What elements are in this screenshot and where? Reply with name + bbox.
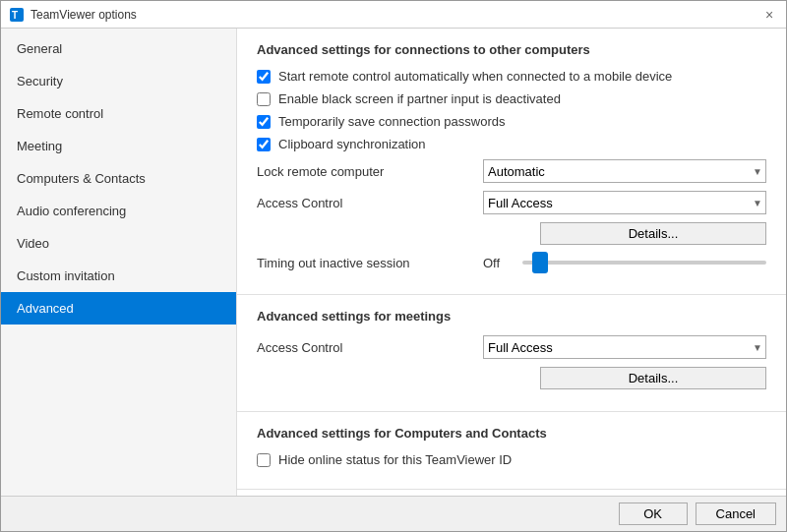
sidebar-item-general[interactable]: General [1, 32, 236, 65]
timing-slider-thumb[interactable] [532, 252, 548, 273]
access-control-select-wrapper: Full Access View and show View only Cust… [483, 191, 766, 214]
timing-control: Off [483, 253, 766, 272]
access-control-label: Access Control [257, 196, 473, 210]
checkbox-row-4: Clipboard synchronization [257, 137, 766, 151]
lock-remote-row: Lock remote computer Automatic Never On … [257, 159, 766, 183]
checkbox-row-2: Enable black screen if partner input is … [257, 91, 766, 106]
details-row-1: Details... [257, 222, 766, 245]
checkbox-hide-online-status[interactable] [257, 453, 271, 467]
timing-slider-container [522, 253, 766, 272]
close-button[interactable]: × [760, 6, 778, 24]
ok-button[interactable]: OK [619, 502, 688, 525]
sidebar-item-video[interactable]: Video [1, 227, 236, 260]
section-meetings: Advanced settings for meetings Access Co… [237, 295, 786, 412]
checkbox-label-2: Enable black screen if partner input is … [278, 91, 561, 106]
lock-remote-select-wrapper: Automatic Never On session end ▼ [483, 159, 766, 183]
sidebar-item-remote-control[interactable]: Remote control [1, 97, 236, 130]
details-button-1[interactable]: Details... [540, 222, 766, 245]
sidebar: General Security Remote control Meeting … [1, 29, 237, 496]
checkbox-label-4: Clipboard synchronization [278, 137, 426, 151]
access-control-select[interactable]: Full Access View and show View only Cust… [483, 191, 766, 214]
sidebar-item-audio-conferencing[interactable]: Audio conferencing [1, 195, 236, 227]
sidebar-item-advanced[interactable]: Advanced [1, 292, 236, 325]
sidebar-item-security[interactable]: Security [1, 65, 236, 97]
timing-label: Timing out inactive session [257, 256, 473, 270]
sidebar-item-meeting[interactable]: Meeting [1, 130, 236, 162]
main-window: T TeamViewer options × General Security … [0, 0, 787, 532]
details-row-2: Details... [257, 367, 766, 389]
main-area: Advanced settings for connections to oth… [237, 29, 786, 496]
details-button-2[interactable]: Details... [540, 367, 766, 389]
section3-title: Advanced settings for Computers and Cont… [257, 426, 766, 441]
meeting-access-control-row: Access Control Full Access View and show… [257, 335, 766, 359]
checkbox-row-online-status: Hide online status for this TeamViewer I… [257, 452, 766, 467]
meeting-access-select-wrapper: Full Access View and show View only ▼ [483, 335, 766, 359]
section-connections: Advanced settings for connections to oth… [237, 29, 786, 295]
checkbox-row-3: Temporarily save connection passwords [257, 114, 766, 129]
cancel-button[interactable]: Cancel [696, 502, 776, 525]
section-computers-contacts: Advanced settings for Computers and Cont… [237, 412, 786, 490]
timing-value: Off [483, 256, 513, 270]
checkbox-label-1: Start remote control automatically when … [278, 69, 672, 84]
checkbox-clipboard-sync[interactable] [257, 138, 271, 151]
window-title: TeamViewer options [30, 8, 137, 22]
meeting-access-select[interactable]: Full Access View and show View only [483, 335, 766, 359]
checkbox-black-screen[interactable] [257, 92, 271, 106]
bottom-bar: OK Cancel [1, 496, 786, 531]
checkbox-label-online-status: Hide online status for this TeamViewer I… [278, 452, 512, 467]
content-area: General Security Remote control Meeting … [1, 29, 786, 496]
checkbox-row-1: Start remote control automatically when … [257, 69, 766, 84]
section1-title: Advanced settings for connections to oth… [257, 42, 766, 57]
sidebar-item-custom-invitation[interactable]: Custom invitation [1, 260, 236, 292]
titlebar: T TeamViewer options × [1, 1, 786, 29]
meeting-access-control-label: Access Control [257, 340, 473, 355]
checkbox-mobile-remote[interactable] [257, 70, 271, 84]
lock-remote-select[interactable]: Automatic Never On session end [483, 159, 766, 183]
section2-title: Advanced settings for meetings [257, 309, 766, 324]
lock-remote-label: Lock remote computer [257, 164, 473, 179]
app-icon: T [9, 7, 25, 23]
checkbox-label-3: Temporarily save connection passwords [278, 114, 506, 129]
timing-row: Timing out inactive session Off [257, 253, 766, 272]
timing-slider-track [522, 261, 766, 265]
sidebar-item-computers-contacts[interactable]: Computers & Contacts [1, 162, 236, 195]
svg-text:T: T [12, 10, 18, 21]
titlebar-left: T TeamViewer options [9, 7, 137, 23]
checkbox-save-passwords[interactable] [257, 115, 271, 129]
access-control-row: Access Control Full Access View and show… [257, 191, 766, 214]
